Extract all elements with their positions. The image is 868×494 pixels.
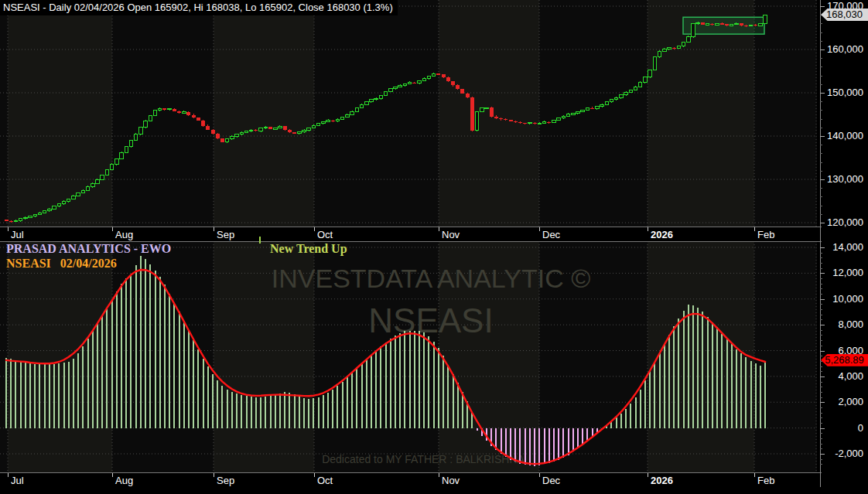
y-axis-tick: [820, 376, 825, 377]
month-label: Nov: [442, 229, 460, 240]
y-axis-minor-tick: [820, 366, 822, 367]
y-axis-tick: [820, 299, 825, 300]
y-axis-minor-tick: [820, 32, 822, 33]
y-axis-minor-tick: [820, 257, 822, 258]
y-axis-label: 150,000: [827, 87, 863, 98]
y-axis-minor-tick: [820, 119, 822, 120]
y-axis-minor-tick: [820, 438, 822, 439]
y-axis-tick: [820, 6, 825, 7]
y-axis-tick: [820, 325, 825, 325]
trend-signal-text: New Trend Up: [270, 242, 347, 256]
y-axis-minor-tick: [820, 284, 822, 284]
signal-marker-tick: [259, 237, 261, 244]
y-axis-minor-tick: [820, 444, 822, 445]
y-axis-label: 10,000: [832, 293, 863, 305]
y-axis-minor-tick: [820, 288, 822, 289]
y-axis-minor-tick: [820, 340, 822, 341]
y-axis-minor-tick: [820, 206, 822, 206]
month-label: Dec: [542, 229, 560, 240]
y-axis-minor-tick: [820, 335, 822, 336]
month-tick: [112, 227, 113, 231]
month-label: Jul: [11, 475, 24, 486]
y-axis-minor-tick: [820, 76, 822, 77]
y-axis-minor-tick: [820, 58, 822, 59]
watermark-line2: NSEASI: [368, 302, 493, 339]
month-tick: [439, 473, 439, 477]
y-axis-label: 2,000: [838, 396, 863, 407]
y-axis-minor-tick: [820, 41, 822, 42]
month-tick: [214, 227, 214, 231]
y-axis-tick: [820, 136, 825, 137]
y-axis-tick: [820, 402, 825, 403]
y-axis-tick: [820, 49, 825, 50]
month-label: Feb: [757, 475, 774, 486]
ewo-panel-chart[interactable]: INVESTDATA ANALYTIC ©NSEASIDedicated to …: [0, 241, 822, 472]
month-label: Aug: [115, 229, 133, 240]
month-label: 2026: [651, 475, 673, 486]
y-axis-tick: [820, 273, 825, 274]
y-axis-label: 120,000: [827, 216, 863, 228]
y-axis-minor-tick: [820, 392, 822, 393]
y-axis-tick: [820, 93, 825, 94]
y-axis-minor-tick: [820, 315, 822, 315]
y-axis-minor-tick: [820, 356, 822, 356]
y-axis-minor-tick: [820, 214, 822, 215]
y-axis-column[interactable]: 170,000160,000150,000140,000130,000120,0…: [822, 0, 868, 494]
y-axis-tick: [820, 454, 825, 455]
y-axis-minor-tick: [820, 371, 822, 372]
x-axis-mid[interactable]: JulAugSepOctNovDec2026Feb: [0, 227, 822, 242]
month-tick: [112, 473, 113, 477]
y-axis-minor-tick: [820, 294, 822, 295]
y-axis-label: 12,000: [832, 267, 863, 278]
y-axis-label: 160,000: [827, 43, 863, 55]
month-label: Oct: [317, 475, 333, 486]
y-axis-minor-tick: [820, 253, 822, 254]
last-price-tag: 168,030: [821, 9, 868, 21]
y-axis-label: 0: [858, 422, 863, 434]
y-axis-border: [820, 0, 821, 487]
y-axis-minor-tick: [820, 319, 822, 320]
month-tick: [314, 227, 315, 231]
month-label: Dec: [542, 475, 560, 486]
month-tick: [439, 227, 439, 231]
y-axis-minor-tick: [820, 66, 822, 67]
month-label: 2026: [651, 229, 673, 240]
month-label: Jul: [11, 229, 24, 240]
month-tick: [648, 227, 648, 231]
y-axis-minor-tick: [820, 188, 822, 189]
y-axis-label: -2,000: [835, 448, 863, 459]
month-tick: [648, 473, 648, 477]
y-axis-minor-tick: [820, 407, 822, 408]
y-axis-tick: [820, 428, 825, 429]
y-axis-minor-tick: [820, 309, 822, 310]
y-axis-tick: [820, 223, 825, 223]
price-panel-chart[interactable]: [0, 0, 822, 227]
chart-title-ohlc: NSEASI - Daily 02/04/2026 Open 165902, H…: [0, 0, 398, 15]
indicator-title: PRASAD ANALYTICS - EWO: [6, 242, 171, 256]
y-axis-minor-tick: [820, 330, 822, 331]
y-axis-minor-tick: [820, 417, 822, 418]
y-axis-minor-tick: [820, 423, 822, 424]
y-axis-minor-tick: [820, 101, 822, 102]
month-tick: [214, 473, 214, 477]
month-tick: [539, 227, 540, 231]
month-tick: [8, 227, 9, 231]
y-axis-minor-tick: [820, 382, 822, 383]
chart-window: INVESTDATA ANALYTIC ©NSEASIDedicated to …: [0, 0, 868, 494]
month-tick: [314, 473, 315, 477]
month-label: Nov: [442, 475, 460, 486]
y-axis-minor-tick: [820, 23, 822, 24]
y-axis-minor-tick: [820, 433, 822, 434]
month-tick: [754, 227, 755, 231]
y-axis-minor-tick: [820, 464, 822, 465]
y-axis-minor-tick: [820, 278, 822, 279]
y-axis-tick: [820, 179, 825, 180]
x-axis-bottom[interactable]: JulAugSepOctNovDec2026Feb: [0, 472, 822, 488]
y-axis-label: 14,000: [832, 241, 863, 253]
y-axis-minor-tick: [820, 196, 822, 197]
y-axis-label: 130,000: [827, 173, 863, 185]
month-label: Sep: [217, 229, 234, 240]
y-axis-minor-tick: [820, 304, 822, 305]
y-axis-tick: [820, 247, 825, 248]
y-axis-minor-tick: [820, 145, 822, 145]
